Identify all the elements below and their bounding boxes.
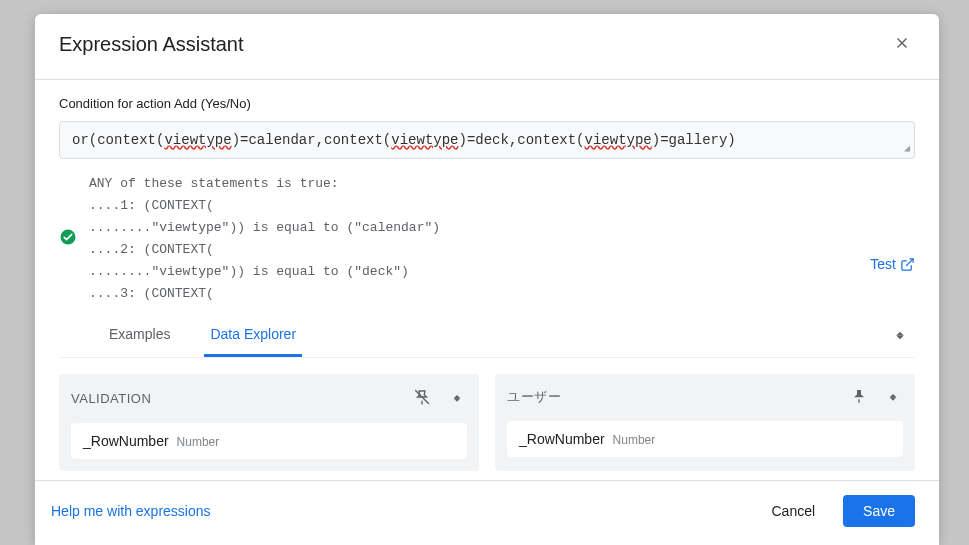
close-button[interactable] <box>889 30 915 59</box>
panel-icons <box>411 386 467 411</box>
pin-button[interactable] <box>411 386 433 411</box>
pin-off-icon <box>413 388 431 406</box>
expression-assistant-modal: Expression Assistant Condition for actio… <box>35 14 939 545</box>
svg-line-3 <box>906 259 913 266</box>
panel-user: ユーザー _RowNumber Number <box>495 374 915 471</box>
validation-explanation: ANY of these statements is true: ....1: … <box>89 173 858 306</box>
expr-text-4: )=gallery) <box>652 132 736 148</box>
help-link[interactable]: Help me with expressions <box>51 503 211 519</box>
collapse-icon <box>885 388 901 404</box>
field-row[interactable]: _RowNumber Number <box>71 423 467 459</box>
panel-title: ユーザー <box>507 388 561 406</box>
expression-input[interactable]: or(context(viewtype)=calendar,context(vi… <box>59 121 915 159</box>
expr-underline-1: viewtype <box>164 132 231 148</box>
modal-body: Condition for action Add (Yes/No) or(con… <box>35 80 939 480</box>
tabs: Examples Data Explorer <box>59 314 302 357</box>
close-icon <box>893 34 911 52</box>
tab-data-explorer[interactable]: Data Explorer <box>204 314 302 357</box>
footer-actions: Cancel Save <box>759 495 915 527</box>
save-button[interactable]: Save <box>843 495 915 527</box>
condition-label: Condition for action Add (Yes/No) <box>59 96 915 111</box>
panel-validation: VALIDATION _RowNumber Number <box>59 374 479 471</box>
resize-handle-icon: ◢ <box>904 142 910 154</box>
expr-text-3: )=deck,context( <box>459 132 585 148</box>
test-link[interactable]: Test <box>870 256 915 272</box>
field-name: _RowNumber <box>519 431 605 447</box>
panel-collapse-button[interactable] <box>883 386 903 409</box>
tab-examples[interactable]: Examples <box>103 314 176 357</box>
success-check-icon <box>59 228 77 250</box>
modal-header: Expression Assistant <box>35 14 939 80</box>
pin-icon <box>851 388 867 404</box>
expr-text-2: )=calendar,context( <box>232 132 392 148</box>
expr-text-1: or(context( <box>72 132 164 148</box>
expr-underline-3: viewtype <box>585 132 652 148</box>
field-name: _RowNumber <box>83 433 169 449</box>
tabs-row: Examples Data Explorer <box>59 314 915 358</box>
panel-collapse-button[interactable] <box>447 387 467 410</box>
test-link-label: Test <box>870 256 896 272</box>
data-panels: VALIDATION _RowNumber Number <box>59 374 915 480</box>
panel-title: VALIDATION <box>71 391 151 406</box>
collapse-icon <box>449 389 465 405</box>
field-type: Number <box>613 433 656 447</box>
expr-underline-2: viewtype <box>391 132 458 148</box>
collapse-panels-button[interactable] <box>885 319 915 352</box>
panel-header: ユーザー <box>507 386 903 409</box>
panel-icons <box>849 386 903 409</box>
collapse-icon <box>891 325 909 343</box>
open-in-new-icon <box>900 257 915 272</box>
field-type: Number <box>177 435 220 449</box>
field-row[interactable]: _RowNumber Number <box>507 421 903 457</box>
cancel-button[interactable]: Cancel <box>759 495 827 527</box>
modal-title: Expression Assistant <box>59 33 244 56</box>
panel-header: VALIDATION <box>71 386 467 411</box>
pin-button[interactable] <box>849 386 869 409</box>
validation-row: ANY of these statements is true: ....1: … <box>59 173 915 306</box>
modal-footer: Help me with expressions Cancel Save <box>35 480 939 545</box>
